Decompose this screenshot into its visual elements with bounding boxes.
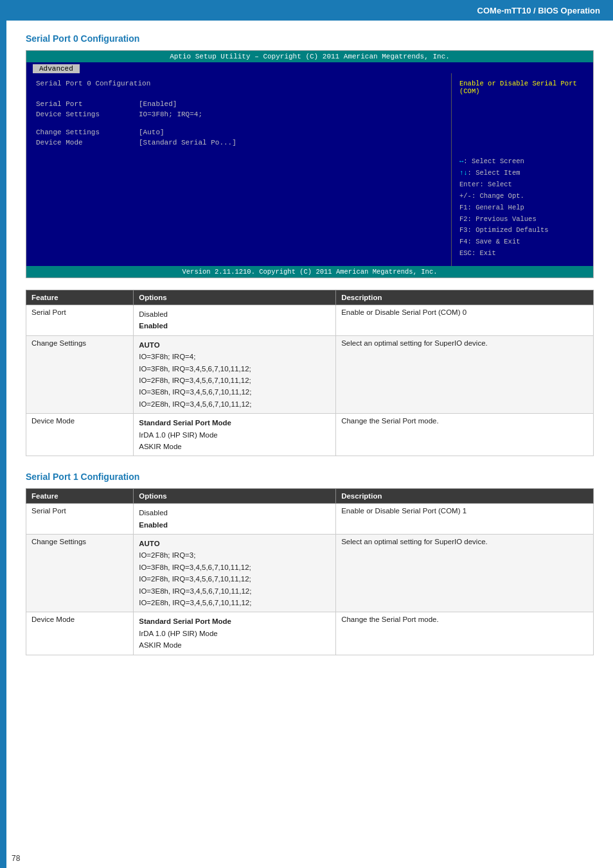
options-cell: Standard Serial Port Mode IrDA 1.0 (HP S… xyxy=(134,414,336,456)
bios-help-text: Enable or Disable Serial Port(COM) xyxy=(459,80,585,95)
bios-value-change-settings: [Auto] xyxy=(139,128,164,136)
table-row: Change Settings AUTO IO=3F8h; IRQ=4; IO=… xyxy=(26,335,594,413)
col-options: Options xyxy=(134,489,336,504)
feature-cell: Device Mode xyxy=(26,414,134,456)
col-description: Description xyxy=(336,489,594,504)
bios-row-device-settings: Device Settings IO=3F8h; IRQ=4; xyxy=(36,111,441,118)
list-item: ASKIR Mode xyxy=(139,441,330,452)
list-item: AUTO xyxy=(139,339,330,351)
list-item: IO=3F8h, IRQ=3,4,5,6,7,10,11,12; xyxy=(139,363,330,375)
option-list: AUTO IO=2F8h; IRQ=3; IO=3F8h, IRQ=3,4,5,… xyxy=(139,538,330,608)
option-list: Disabled Enabled xyxy=(139,308,330,332)
bios-nav-change: +/-: Change Opt. xyxy=(459,191,585,202)
feature-cell: Device Mode xyxy=(26,612,134,655)
table-row: Device Mode Standard Serial Port Mode Ir… xyxy=(26,612,594,655)
list-item: Standard Serial Port Mode xyxy=(139,616,330,627)
section0-heading: Serial Port 0 Configuration xyxy=(26,33,594,44)
bios-section-label: Serial Port 0 Configuration xyxy=(36,80,441,87)
col-feature: Feature xyxy=(26,290,134,305)
table-row: Device Mode Standard Serial Port Mode Ir… xyxy=(26,414,594,456)
bios-nav-item: ↑↓: Select Item xyxy=(459,168,585,179)
options-cell: AUTO IO=2F8h; IRQ=3; IO=3F8h, IRQ=3,4,5,… xyxy=(134,535,336,612)
list-item: IO=3E8h, IRQ=3,4,5,6,7,10,11,12; xyxy=(139,386,330,398)
bios-nav-f1: F1: General Help xyxy=(459,202,585,214)
bios-nav-f3: F3: Optimized Defaults xyxy=(459,225,585,236)
list-item: IO=3F8h, IRQ=3,4,5,6,7,10,11,12; xyxy=(139,562,330,573)
bios-row-change-settings: Change Settings [Auto] xyxy=(36,128,441,136)
bios-row-serial-port: Serial Port [Enabled] xyxy=(36,100,441,108)
bios-screenshot: Aptio Setup Utility – Copyright (C) 2011… xyxy=(26,50,594,278)
bios-tab-advanced[interactable]: Advanced xyxy=(33,64,80,73)
list-item: IO=2F8h; IRQ=3; xyxy=(139,549,330,561)
description-cell: Enable or Disable Serial Port (COM) 0 xyxy=(336,305,594,336)
bios-left-panel: Serial Port 0 Configuration Serial Port … xyxy=(26,73,452,266)
feature-cell: Change Settings xyxy=(26,335,134,413)
list-item: IO=2F8h, IRQ=3,4,5,6,7,10,11,12; xyxy=(139,573,330,585)
list-item: Standard Serial Port Mode xyxy=(139,417,330,429)
feature-cell: Serial Port xyxy=(26,305,134,336)
bios-right-panel: Enable or Disable Serial Port(COM) ↔: Se… xyxy=(452,73,593,266)
option-list: Standard Serial Port Mode IrDA 1.0 (HP S… xyxy=(139,616,330,651)
bios-label-device-settings: Device Settings xyxy=(36,111,139,118)
options-cell: AUTO IO=3F8h; IRQ=4; IO=3F8h, IRQ=3,4,5,… xyxy=(134,335,336,413)
options-cell: Standard Serial Port Mode IrDA 1.0 (HP S… xyxy=(134,612,336,655)
list-item: AUTO xyxy=(139,538,330,549)
description-cell: Select an optimal setting for SuperIO de… xyxy=(336,335,594,413)
list-item: Enabled xyxy=(139,519,330,531)
bios-value-serial-port: [Enabled] xyxy=(139,100,177,108)
option-list: Disabled Enabled xyxy=(139,507,330,531)
list-item: IrDA 1.0 (HP SIR) Mode xyxy=(139,429,330,441)
table-row: Serial Port Disabled Enabled Enable or D… xyxy=(26,504,594,535)
feature-cell: Change Settings xyxy=(26,535,134,612)
list-item: IO=3F8h; IRQ=4; xyxy=(139,351,330,362)
bios-nav-f2: F2: Previous Values xyxy=(459,214,585,226)
col-feature: Feature xyxy=(26,489,134,504)
section1-feature-table: Feature Options Description Serial Port … xyxy=(26,488,594,655)
description-cell: Change the Serial Port mode. xyxy=(336,414,594,456)
list-item: ASKIR Mode xyxy=(139,639,330,651)
main-content: Serial Port 0 Configuration Aptio Setup … xyxy=(6,21,613,868)
bios-value-device-settings: IO=3F8h; IRQ=4; xyxy=(139,111,202,118)
feature-cell: Serial Port xyxy=(26,504,134,535)
bios-value-device-mode: [Standard Serial Po...] xyxy=(139,139,236,146)
list-item: Disabled xyxy=(139,507,330,518)
list-item: Enabled xyxy=(139,320,330,332)
col-options: Options xyxy=(134,290,336,305)
section1-heading: Serial Port 1 Configuration xyxy=(26,472,594,482)
bios-nav-f4: F4: Save & Exit xyxy=(459,236,585,248)
bios-tab-bar: Advanced xyxy=(26,62,593,73)
left-accent-bar xyxy=(0,21,6,868)
bios-label-change-settings: Change Settings xyxy=(36,128,139,136)
bios-nav: ↔: Select Screen ↑↓: Select Item Enter: … xyxy=(459,156,585,260)
section0-feature-table: Feature Options Description Serial Port … xyxy=(26,290,594,456)
bios-title: Aptio Setup Utility – Copyright (C) 2011… xyxy=(26,51,593,62)
bios-footer: Version 2.11.1210. Copyright (C) 2011 Am… xyxy=(26,266,593,278)
bios-nav-enter: Enter: Select xyxy=(459,179,585,191)
option-list: AUTO IO=3F8h; IRQ=4; IO=3F8h, IRQ=3,4,5,… xyxy=(139,339,330,410)
page-title: COMe-mTT10 / BIOS Operation xyxy=(477,6,600,15)
col-description: Description xyxy=(336,290,594,305)
options-cell: Disabled Enabled xyxy=(134,504,336,535)
description-cell: Enable or Disable Serial Port (COM) 1 xyxy=(336,504,594,535)
description-cell: Change the Serial Port mode. xyxy=(336,612,594,655)
bios-label-serial-port: Serial Port xyxy=(36,100,139,108)
table-row: Change Settings AUTO IO=2F8h; IRQ=3; IO=… xyxy=(26,535,594,612)
bios-nav-screen: ↔: Select Screen xyxy=(459,156,585,168)
list-item: IO=2E8h, IRQ=3,4,5,6,7,10,11,12; xyxy=(139,597,330,608)
table-row: Serial Port Disabled Enabled Enable or D… xyxy=(26,305,594,336)
list-item: Disabled xyxy=(139,308,330,320)
list-item: IO=2E8h, IRQ=3,4,5,6,7,10,11,12; xyxy=(139,398,330,410)
description-cell: Select an optimal setting for SuperIO de… xyxy=(336,535,594,612)
page-number: 78 xyxy=(0,849,31,868)
top-bar: COMe-mTT10 / BIOS Operation xyxy=(0,0,613,21)
bios-nav-esc: ESC: Exit xyxy=(459,248,585,260)
bios-label-device-mode: Device Mode xyxy=(36,139,139,146)
option-list: Standard Serial Port Mode IrDA 1.0 (HP S… xyxy=(139,417,330,452)
list-item: IO=3E8h, IRQ=3,4,5,6,7,10,11,12; xyxy=(139,585,330,597)
bios-row-device-mode: Device Mode [Standard Serial Po...] xyxy=(36,139,441,146)
options-cell: Disabled Enabled xyxy=(134,305,336,336)
list-item: IrDA 1.0 (HP SIR) Mode xyxy=(139,628,330,639)
list-item: IO=2F8h, IRQ=3,4,5,6,7,10,11,12; xyxy=(139,375,330,386)
